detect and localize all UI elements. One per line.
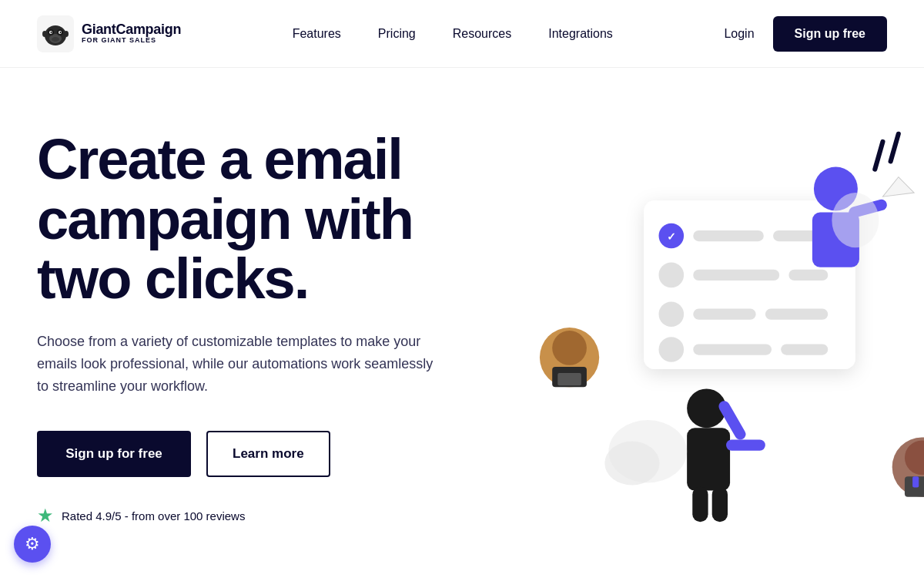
- svg-rect-23: [693, 309, 755, 320]
- svg-rect-38: [712, 487, 728, 523]
- svg-rect-24: [765, 309, 828, 320]
- svg-point-9: [52, 37, 59, 42]
- navbar: GiantCampaign FOR GIANT SALES Features P…: [0, 0, 924, 68]
- nav-item-features[interactable]: Features: [293, 27, 341, 41]
- hero-illustration: ✓: [499, 114, 887, 547]
- svg-line-12: [875, 142, 882, 170]
- svg-rect-34: [687, 428, 730, 490]
- rating-text: Rated 4.9/5 - from over 100 reviews: [62, 509, 245, 523]
- svg-rect-26: [693, 344, 772, 355]
- hero-svg: ✓: [507, 99, 924, 553]
- svg-point-40: [552, 331, 587, 365]
- nav-actions: Login Sign up free: [724, 16, 887, 52]
- svg-rect-36: [726, 440, 765, 451]
- svg-rect-46: [912, 476, 919, 487]
- star-icon: ★: [37, 505, 54, 526]
- hero-description: Choose from a variety of customizable te…: [37, 331, 437, 397]
- svg-line-13: [891, 134, 899, 162]
- chat-widget-button[interactable]: ⚙: [14, 526, 51, 563]
- hero-section: Create a email campaign with two clicks.…: [0, 68, 924, 578]
- svg-rect-20: [693, 270, 779, 281]
- svg-point-49: [604, 442, 659, 486]
- svg-rect-21: [788, 270, 828, 281]
- svg-marker-31: [882, 177, 914, 197]
- svg-point-10: [42, 31, 47, 37]
- nav-item-resources[interactable]: Resources: [453, 27, 511, 41]
- gorilla-logo-icon: [37, 15, 74, 52]
- cta-primary-button[interactable]: Sign up for free: [37, 431, 191, 477]
- login-button[interactable]: Login: [724, 27, 754, 41]
- hero-title: Create a email campaign with two clicks.: [37, 129, 499, 309]
- svg-point-19: [659, 263, 685, 288]
- nav-links: Features Pricing Resources Integrations: [293, 27, 613, 41]
- hero-cta-group: Sign up for free Learn more: [37, 431, 499, 477]
- svg-point-22: [659, 301, 685, 327]
- widget-icon: ⚙: [25, 534, 40, 554]
- svg-rect-27: [781, 344, 828, 355]
- svg-rect-42: [557, 373, 581, 385]
- svg-point-8: [60, 32, 62, 33]
- svg-point-7: [51, 32, 52, 33]
- hero-content: Create a email campaign with two clicks.…: [37, 114, 499, 526]
- logo[interactable]: GiantCampaign FOR GIANT SALES: [37, 15, 181, 52]
- rating-row: ★ Rated 4.9/5 - from over 100 reviews: [37, 505, 499, 526]
- nav-item-integrations[interactable]: Integrations: [548, 27, 613, 41]
- brand-tagline: FOR GIANT SALES: [82, 37, 181, 45]
- svg-point-32: [832, 193, 879, 247]
- brand-name: GiantCampaign: [82, 22, 181, 38]
- signup-button[interactable]: Sign up free: [773, 16, 887, 52]
- svg-rect-17: [693, 230, 764, 241]
- cta-secondary-button[interactable]: Learn more: [206, 431, 330, 477]
- svg-text:✓: ✓: [667, 230, 676, 243]
- svg-point-25: [659, 337, 685, 362]
- svg-rect-37: [692, 487, 708, 523]
- nav-item-pricing[interactable]: Pricing: [378, 27, 416, 41]
- svg-point-11: [64, 31, 69, 37]
